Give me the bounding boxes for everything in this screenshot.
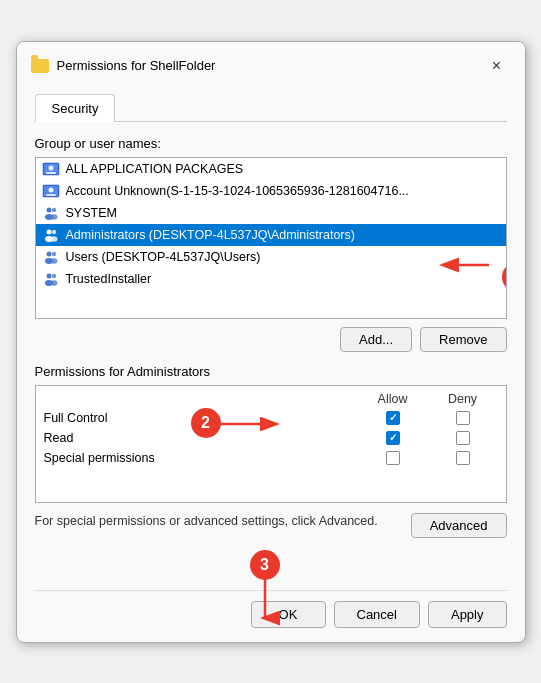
users-icon (42, 227, 60, 243)
advanced-button[interactable]: Advanced (411, 513, 507, 538)
perm-table-spacer (36, 468, 506, 498)
list-item-label: SYSTEM (66, 206, 117, 220)
list-item[interactable]: Account Unknown(S-1-15-3-1024-1065365936… (36, 180, 506, 202)
perm-row-special: Special permissions (36, 448, 506, 468)
special-allow-checkbox[interactable] (386, 451, 400, 465)
perm-deny-cell (428, 411, 498, 425)
users-list-box[interactable]: ALL APPLICATION PACKAGES Account Unknown… (35, 157, 507, 319)
list-item-label: Account Unknown(S-1-15-3-1024-1065365936… (66, 184, 409, 198)
svg-point-23 (50, 280, 57, 286)
users-icon (42, 271, 60, 287)
list-item[interactable]: ALL APPLICATION PACKAGES (36, 158, 506, 180)
dialog-content: Security Group or user names: ALL APPLIC… (17, 86, 525, 642)
list-item-administrators[interactable]: Administrators (DESKTOP-4L537JQ\Administ… (36, 224, 506, 246)
svg-point-2 (48, 165, 53, 170)
perm-deny-cell (428, 451, 498, 465)
add-button[interactable]: Add... (340, 327, 412, 352)
read-allow-checkbox[interactable] (386, 431, 400, 445)
advanced-row: For special permissions or advanced sett… (35, 513, 507, 538)
svg-point-19 (50, 258, 57, 264)
annotation-2-area: 2 (205, 404, 295, 447)
close-button[interactable]: × (483, 52, 511, 80)
perm-allow-cell (358, 411, 428, 425)
group-section-label: Group or user names: (35, 136, 507, 151)
svg-point-15 (50, 236, 57, 242)
tab-security[interactable]: Security (35, 94, 116, 122)
cancel-button[interactable]: Cancel (334, 601, 420, 628)
perm-col-name (44, 392, 358, 406)
full-control-deny-checkbox[interactable] (456, 411, 470, 425)
apply-button[interactable]: Apply (428, 601, 507, 628)
read-deny-checkbox[interactable] (456, 431, 470, 445)
svg-point-12 (46, 229, 51, 234)
special-deny-checkbox[interactable] (456, 451, 470, 465)
users-icon (42, 249, 60, 265)
perm-col-allow: Allow (358, 392, 428, 406)
group-icon (42, 161, 60, 177)
svg-point-9 (51, 207, 55, 211)
dialog-title: Permissions for ShellFolder (57, 58, 216, 73)
perm-allow-cell (358, 431, 428, 445)
tab-bar: Security (35, 94, 507, 122)
list-item-label: ALL APPLICATION PACKAGES (66, 162, 244, 176)
list-item-label: Users (DESKTOP-4L537JQ\Users) (66, 250, 261, 264)
advanced-description: For special permissions or advanced sett… (35, 513, 401, 531)
add-remove-row: Add... Remove (35, 327, 507, 352)
svg-point-20 (46, 273, 51, 278)
svg-rect-7 (46, 194, 56, 196)
title-bar-left: Permissions for ShellFolder (31, 58, 216, 73)
annotation-circle-2: 2 (191, 408, 221, 438)
svg-point-8 (46, 207, 51, 212)
svg-point-13 (51, 229, 55, 233)
permissions-area: Permissions for Administrators Allow Den… (35, 364, 507, 503)
list-item[interactable]: SYSTEM (36, 202, 506, 224)
list-item-label: TrustedInstaller (66, 272, 152, 286)
folder-icon (31, 59, 49, 73)
permissions-dialog: Permissions for ShellFolder × Security G… (16, 41, 526, 643)
annotation-3-area: 3 (250, 550, 280, 580)
permissions-section-label: Permissions for Administrators (35, 364, 507, 379)
svg-point-16 (46, 251, 51, 256)
svg-rect-3 (46, 172, 56, 174)
perm-name: Special permissions (44, 451, 358, 465)
perm-allow-cell (358, 451, 428, 465)
remove-button[interactable]: Remove (420, 327, 506, 352)
svg-point-21 (51, 273, 55, 277)
svg-point-17 (51, 251, 55, 255)
annotation-arrow-1 (434, 250, 494, 280)
annotation-circle-3: 3 (250, 550, 280, 580)
users-icon (42, 205, 60, 221)
perm-deny-cell (428, 431, 498, 445)
full-control-allow-checkbox[interactable] (386, 411, 400, 425)
annotation-arrow-3 (250, 578, 280, 628)
perm-col-deny: Deny (428, 392, 498, 406)
group-icon (42, 183, 60, 199)
svg-point-11 (50, 214, 57, 220)
title-bar: Permissions for ShellFolder × (17, 42, 525, 86)
list-item-label: Administrators (DESKTOP-4L537JQ\Administ… (66, 228, 355, 242)
svg-point-6 (48, 187, 53, 192)
